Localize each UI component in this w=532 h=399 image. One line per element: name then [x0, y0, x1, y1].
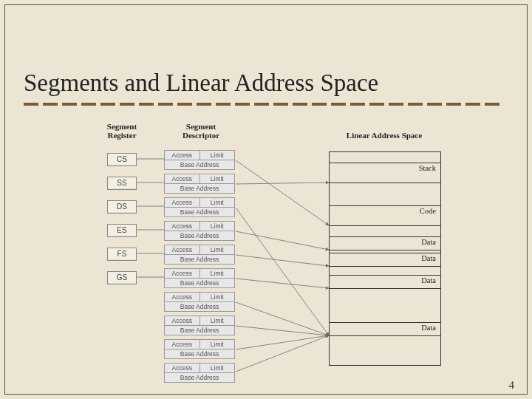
svg-line-9 [236, 231, 329, 250]
descriptor-5: AccessLimit Base Address [164, 268, 235, 288]
svg-line-11 [236, 279, 329, 288]
svg-line-10 [236, 255, 329, 266]
title-area: Segments and Linear Address Space [24, 69, 504, 106]
header-linear-address-space: Linear Address Space [332, 131, 436, 140]
svg-line-14 [236, 335, 329, 349]
title-divider [24, 103, 504, 106]
descriptor-0: AccessLimit Base Address [164, 150, 235, 170]
segment-register-ds: DS [107, 200, 137, 214]
svg-line-15 [236, 335, 329, 372]
page-title: Segments and Linear Address Space [24, 69, 504, 97]
header-segment-register: Segment Register [96, 122, 148, 140]
descriptor-4: AccessLimit Base Address [164, 245, 235, 265]
linear-address-space: Stack Code Data Data Data Data [329, 151, 441, 366]
segment-register-gs: GS [107, 271, 137, 284]
descriptor-1: AccessLimit Base Address [164, 174, 235, 194]
linear-segment-data2: Data [330, 253, 440, 267]
segment-register-cs: CS [107, 153, 137, 166]
svg-line-8 [236, 208, 329, 335]
descriptor-6: AccessLimit Base Address [164, 292, 235, 312]
linear-segment-data3: Data [330, 275, 440, 289]
linear-segment-data1: Data [330, 236, 440, 250]
diagram: Segment Register Segment Descriptor Line… [103, 122, 451, 373]
descriptor-2: AccessLimit Base Address [164, 197, 235, 217]
descriptor-8: AccessLimit Base Address [164, 339, 235, 359]
descriptor-3: AccessLimit Base Address [164, 221, 235, 241]
segment-register-ss: SS [107, 177, 137, 190]
page-number: 4 [509, 379, 515, 392]
descriptor-access: Access [165, 151, 200, 160]
svg-line-13 [236, 326, 329, 335]
linear-segment-code: Code [330, 205, 440, 226]
linear-segment-stack: Stack [330, 163, 440, 183]
descriptor-7: AccessLimit Base Address [164, 316, 235, 335]
header-segment-descriptor: Segment Descriptor [171, 122, 231, 140]
linear-segment-data4: Data [330, 322, 440, 336]
descriptor-base: Base Address [165, 160, 234, 169]
svg-line-6 [236, 160, 329, 225]
descriptor-9: AccessLimit Base Address [164, 363, 235, 383]
descriptor-limit: Limit [200, 151, 235, 160]
svg-line-12 [236, 302, 329, 335]
segment-register-es: ES [107, 224, 137, 237]
svg-line-7 [236, 183, 329, 184]
segment-register-fs: FS [107, 248, 137, 261]
